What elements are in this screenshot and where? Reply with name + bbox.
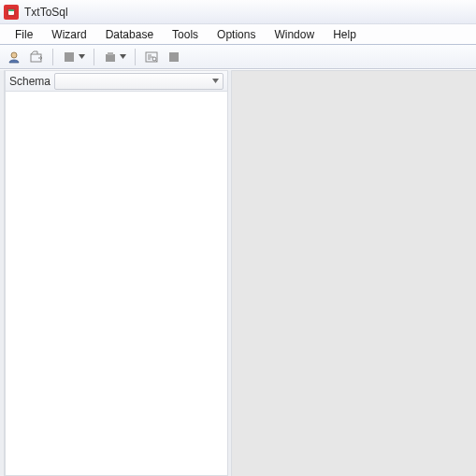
menu-database[interactable]: Database — [96, 26, 163, 43]
app-title: TxtToSql — [24, 6, 68, 19]
content-area: Schema — [5, 70, 476, 476]
query-button[interactable] — [143, 49, 160, 65]
menu-options[interactable]: Options — [208, 26, 265, 43]
svg-point-9 — [152, 57, 156, 61]
schema-label: Schema — [9, 75, 50, 88]
import-split-button[interactable] — [61, 49, 86, 65]
app-icon — [4, 5, 19, 20]
export-split-button[interactable] — [102, 49, 127, 65]
svg-rect-6 — [106, 54, 115, 62]
svg-rect-7 — [108, 52, 113, 55]
menu-window[interactable]: Window — [265, 26, 324, 43]
svg-point-3 — [11, 52, 17, 58]
chevron-down-icon — [212, 79, 219, 83]
svg-rect-2 — [8, 9, 14, 11]
schema-row: Schema — [6, 71, 227, 92]
workspace-area — [232, 70, 476, 476]
execute-button[interactable] — [166, 49, 182, 65]
toolbar-separator — [52, 49, 53, 65]
menu-help[interactable]: Help — [324, 26, 366, 43]
schema-panel: Schema — [5, 70, 227, 476]
export-button[interactable] — [102, 49, 119, 65]
schema-select[interactable] — [54, 73, 224, 90]
menu-file[interactable]: File — [6, 26, 42, 43]
menubar: File Wizard Database Tools Options Windo… — [0, 24, 476, 45]
import-button[interactable] — [61, 49, 78, 65]
open-button[interactable] — [28, 49, 45, 65]
toolbar-separator — [135, 49, 136, 65]
titlebar: TxtToSql — [0, 0, 476, 24]
schema-list-area[interactable] — [6, 92, 227, 475]
toolbar — [0, 45, 476, 69]
menu-tools[interactable]: Tools — [163, 26, 208, 43]
svg-rect-10 — [169, 52, 179, 62]
menu-wizard[interactable]: Wizard — [42, 26, 95, 43]
dropdown-arrow-icon[interactable] — [78, 54, 86, 59]
session-manager-button[interactable] — [6, 49, 22, 65]
dropdown-arrow-icon[interactable] — [119, 54, 127, 59]
svg-rect-5 — [65, 52, 74, 62]
toolbar-separator — [94, 49, 94, 65]
